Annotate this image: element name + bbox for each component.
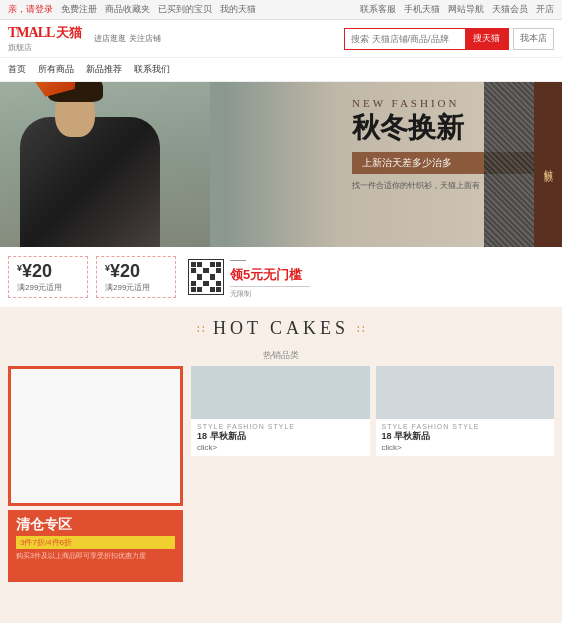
coupon-desc-2: 满299元适用 [105, 282, 150, 293]
top-nav-login[interactable]: 亲，请登录 [8, 3, 53, 16]
header: TMALL 天猫 旗舰店 进店逛逛 关注店铺 搜天猫 我本店 [0, 20, 562, 58]
product-card-2-click[interactable]: click> [382, 443, 549, 452]
product-card-2: STYLE FASHION STYLE 18 早秋新品 click> [376, 366, 555, 456]
featured-label-desc: 购买3件及以上商品即可享受折扣优惠力度 [16, 551, 175, 561]
coupon-amount-1: ¥¥20 [17, 261, 52, 282]
featured-click-btn[interactable]: CLICK MORE > [16, 563, 175, 576]
coupon-item-2[interactable]: ¥¥20 满299元适用 [96, 256, 176, 298]
featured-label-cn: 清仓专区 [16, 516, 175, 534]
banner: NEW FASHION 秋冬换新 上新治天差多少治多 找一件合适你的针织衫，天猫… [0, 82, 562, 247]
main-nav: 首页 所有商品 新品推荐 联系我们 [0, 58, 562, 82]
coupon-amount-2: ¥¥20 [105, 261, 140, 282]
voucher-info: —— 领5元无门槛 无限制 [230, 255, 310, 299]
top-nav-sitenav[interactable]: 网站导航 [448, 3, 484, 16]
top-nav-mytmall[interactable]: 我的天猫 [220, 3, 256, 16]
product-card-1: STYLE FASHION STYLE 18 早秋新品 click> [191, 366, 370, 456]
coupon-item-1[interactable]: ¥¥20 满299元适用 [8, 256, 88, 298]
store-info: 进店逛逛 关注店铺 [94, 33, 160, 44]
qr-code [188, 259, 224, 295]
top-nav-right: 联系客服 手机天猫 网站导航 天猫会员 开店 [360, 3, 554, 16]
product-featured [8, 366, 183, 506]
logo: TMALL 天猫 旗舰店 [8, 24, 82, 53]
coupon-section: ¥¥20 满299元适用 ¥¥20 满299元适用 —— 领5元无门槛 无限制 [0, 247, 562, 308]
coupon-desc-1: 满299元适用 [17, 282, 62, 293]
search-input[interactable] [345, 29, 465, 49]
coupon-qr-area: —— 领5元无门槛 无限制 [188, 255, 310, 299]
banner-person [0, 82, 210, 247]
nav-item-home[interactable]: 首页 [8, 63, 26, 76]
product-card-2-title: 18 早秋新品 [382, 430, 549, 443]
top-nav-mobile[interactable]: 手机天猫 [404, 3, 440, 16]
product-card-1-click[interactable]: click> [197, 443, 364, 452]
nav-item-all[interactable]: 所有商品 [38, 63, 74, 76]
nav-item-contact[interactable]: 联系我们 [134, 63, 170, 76]
product-left: 清仓专区 3件7折/4件6折 购买3件及以上商品即可享受折扣优惠力度 CLICK… [8, 366, 183, 615]
voucher-divider [230, 286, 310, 287]
top-nav: 亲，请登录 免费注册 商品收藏夹 已买到的宝贝 我的天猫 联系客服 手机天猫 网… [0, 0, 562, 20]
hot-cakes-deco-right: ∷ [357, 322, 365, 336]
top-nav-favorites[interactable]: 商品收藏夹 [105, 3, 150, 16]
top-nav-register[interactable]: 免费注册 [61, 3, 97, 16]
hot-cakes-title: HOT CAKES [213, 318, 349, 339]
voucher-sub: 无限制 [230, 289, 310, 299]
product-card-1-info: STYLE FASHION STYLE 18 早秋新品 click> [191, 419, 370, 456]
top-nav-service[interactable]: 联系客服 [360, 3, 396, 16]
top-nav-member[interactable]: 天猫会员 [492, 3, 528, 16]
product-section: 清仓专区 3件7折/4件6折 购买3件及以上商品即可享受折扣优惠力度 CLICK… [0, 366, 562, 623]
store-line1: 旗舰店 [8, 42, 32, 53]
product-featured-image [11, 369, 180, 503]
top-nav-bought[interactable]: 已买到的宝贝 [158, 3, 212, 16]
page-wrapper: 亲，请登录 免费注册 商品收藏夹 已买到的宝贝 我的天猫 联系客服 手机天猫 网… [0, 0, 562, 623]
product-featured-label: 清仓专区 3件7折/4件6折 购买3件及以上商品即可享受折扣优惠力度 CLICK… [8, 510, 183, 582]
top-nav-left: 亲，请登录 免费注册 商品收藏夹 已买到的宝贝 我的天猫 [8, 3, 256, 16]
tmall-logo-text: TMALL [8, 25, 54, 41]
product-right-row: STYLE FASHION STYLE 18 早秋新品 click> STYLE… [191, 366, 554, 456]
top-nav-openstore[interactable]: 开店 [536, 3, 554, 16]
search-button[interactable]: 搜天猫 [465, 28, 508, 50]
banner-tag: 针织款 [534, 82, 562, 247]
featured-label-offer: 3件7折/4件6折 [16, 536, 175, 549]
product-card-2-info: STYLE FASHION STYLE 18 早秋新品 click> [376, 419, 555, 456]
hot-cakes-subtitle: 热销品类 [0, 349, 562, 366]
banner-fabric [484, 82, 534, 247]
product-card-1-image [191, 366, 370, 419]
product-right: STYLE FASHION STYLE 18 早秋新品 click> STYLE… [191, 366, 554, 615]
hot-cakes-deco-left: ∷ [197, 322, 205, 336]
hot-cakes-header: ∷ HOT CAKES ∷ [0, 308, 562, 349]
product-card-2-tag: STYLE FASHION STYLE [382, 423, 549, 430]
store-nav-line: 进店逛逛 关注店铺 [94, 33, 160, 44]
product-card-1-tag: STYLE FASHION STYLE [197, 423, 364, 430]
product-card-2-image [376, 366, 555, 419]
tianmao-text: 天猫 [56, 24, 82, 42]
search-box: 搜天猫 [344, 28, 509, 50]
product-card-1-title: 18 早秋新品 [197, 430, 364, 443]
header-search: 搜天猫 我本店 [344, 28, 554, 50]
mystore-button[interactable]: 我本店 [513, 28, 554, 50]
banner-tag-text: 针织款 [542, 162, 555, 168]
voucher-amount: 领5元无门槛 [230, 266, 310, 284]
nav-item-new[interactable]: 新品推荐 [86, 63, 122, 76]
